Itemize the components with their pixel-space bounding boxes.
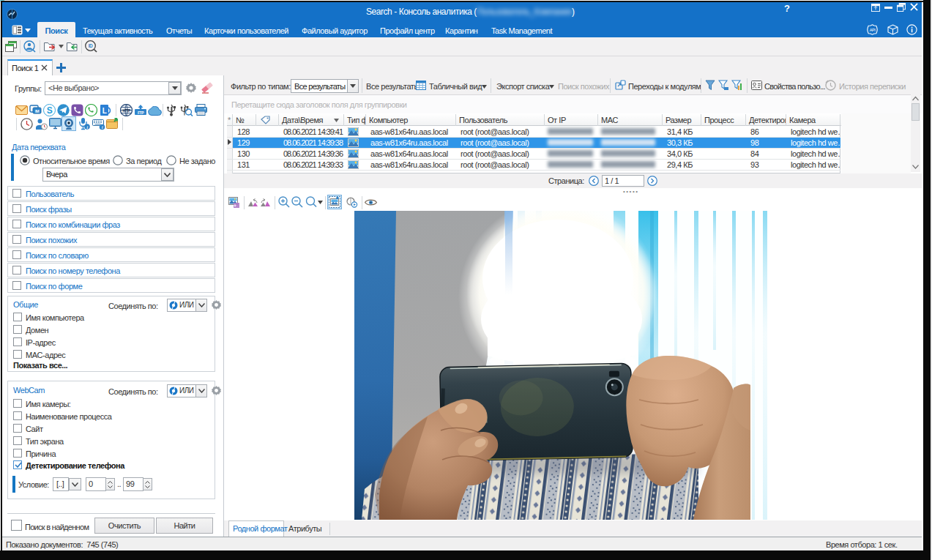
svg-text:ID: ID [89,43,93,48]
svg-text:HTTP: HTTP [122,109,130,113]
svg-text:L: L [102,107,107,115]
svg-text:FTP: FTP [138,111,144,115]
svg-text:IM: IM [35,109,40,113]
svg-text:API: API [870,28,876,32]
svg-text:S: S [47,105,53,116]
